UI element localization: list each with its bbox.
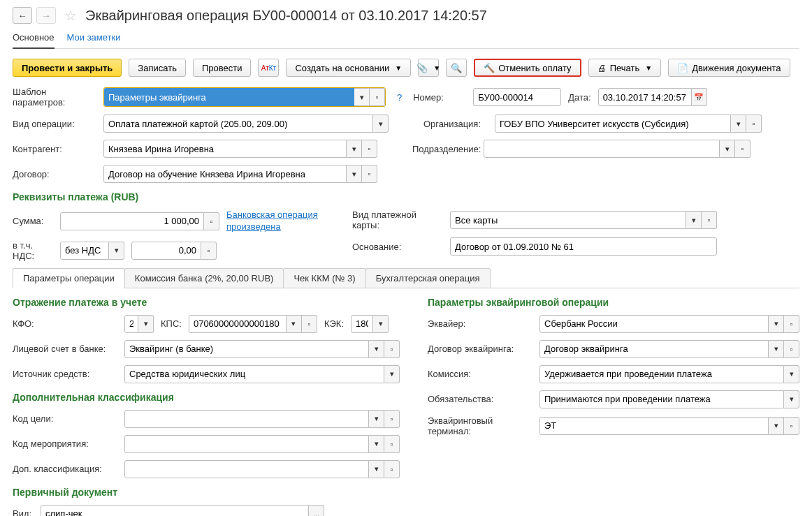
vat-label: в т.ч. НДС: bbox=[13, 240, 53, 261]
funds-src-label: Источник средств: bbox=[13, 369, 117, 379]
event-open[interactable]: ▫ bbox=[384, 435, 400, 453]
kps-open[interactable]: ▫ bbox=[302, 315, 317, 333]
doc-type-select[interactable]: ... bbox=[309, 505, 324, 516]
tab-kkm[interactable]: Чек ККМ (№ 3) bbox=[283, 268, 365, 288]
extra-open[interactable]: ▫ bbox=[384, 460, 400, 478]
funds-src-dropdown[interactable]: ▾ bbox=[384, 365, 400, 383]
kps-dropdown[interactable]: ▾ bbox=[287, 315, 302, 333]
help-icon[interactable]: ? bbox=[397, 92, 402, 103]
target-input[interactable] bbox=[124, 410, 369, 428]
obligations-dropdown[interactable]: ▾ bbox=[784, 390, 799, 408]
star-icon[interactable]: ☆ bbox=[64, 7, 77, 24]
target-label: Код цели: bbox=[13, 413, 117, 424]
create-based-button[interactable]: Создать на основании▼ bbox=[286, 59, 411, 77]
extra-dropdown[interactable]: ▾ bbox=[369, 460, 384, 478]
acq-contract-dropdown[interactable]: ▾ bbox=[769, 340, 784, 358]
kek-input[interactable] bbox=[351, 315, 373, 333]
department-label: Подразделение: bbox=[412, 144, 477, 154]
submit-close-button[interactable]: Провести и закрыть bbox=[13, 59, 122, 77]
save-button[interactable]: Записать bbox=[129, 59, 186, 77]
vat-calc[interactable]: ▫ bbox=[201, 242, 217, 260]
obligations-input[interactable] bbox=[539, 390, 784, 408]
target-dropdown[interactable]: ▾ bbox=[369, 410, 384, 428]
sum-input[interactable] bbox=[60, 212, 204, 230]
card-type-input[interactable] bbox=[450, 211, 686, 229]
bank-acc-label: Лицевой счет в банке: bbox=[13, 344, 117, 354]
template-dropdown[interactable]: ▾ bbox=[354, 88, 370, 106]
tab-op-params[interactable]: Параметры операции bbox=[13, 268, 125, 288]
kps-label: КПС: bbox=[161, 318, 182, 329]
target-open[interactable]: ▫ bbox=[384, 410, 400, 428]
commission-dropdown[interactable]: ▾ bbox=[784, 365, 799, 383]
submit-button[interactable]: Провести bbox=[193, 59, 252, 77]
accounting-section: Отражение платежа в учете bbox=[13, 297, 400, 308]
date-label: Дата: bbox=[568, 92, 590, 103]
doc-type-input[interactable] bbox=[41, 505, 309, 516]
back-button[interactable]: ← bbox=[13, 7, 32, 24]
contract-dropdown[interactable]: ▾ bbox=[347, 165, 362, 183]
op-type-input[interactable] bbox=[103, 115, 373, 133]
counterparty-open[interactable]: ▫ bbox=[362, 140, 377, 158]
forward-button[interactable]: → bbox=[36, 7, 56, 24]
bank-op-link[interactable]: Банковская операция произведена bbox=[226, 209, 324, 233]
department-input[interactable] bbox=[484, 140, 720, 158]
commission-input[interactable] bbox=[539, 365, 784, 383]
bank-acc-dropdown[interactable]: ▾ bbox=[369, 340, 384, 358]
vat-value-input[interactable] bbox=[131, 242, 201, 260]
event-dropdown[interactable]: ▾ bbox=[369, 435, 384, 453]
sum-calc[interactable]: ▫ bbox=[204, 212, 219, 230]
tab-commission[interactable]: Комиссия банка (2%, 20,00 RUB) bbox=[124, 268, 284, 288]
org-label: Организация: bbox=[423, 119, 488, 129]
kps-input[interactable] bbox=[189, 315, 287, 333]
acquiring-section: Параметры эквайринговой операции bbox=[428, 297, 799, 308]
terminal-dropdown[interactable]: ▾ bbox=[769, 417, 784, 435]
kfo-dropdown[interactable]: ▾ bbox=[138, 315, 154, 333]
kek-dropdown[interactable]: ▾ bbox=[373, 315, 389, 333]
op-type-dropdown[interactable]: ▾ bbox=[373, 115, 389, 133]
contract-input[interactable] bbox=[103, 165, 347, 183]
print-button[interactable]: 🖨Печать▼ bbox=[588, 59, 662, 77]
kfo-input[interactable] bbox=[124, 315, 138, 333]
acquirer-input[interactable] bbox=[539, 315, 769, 333]
acq-contract-open[interactable]: ▫ bbox=[784, 340, 799, 358]
tab-notes[interactable]: Мои заметки bbox=[67, 32, 121, 43]
funds-src-input[interactable] bbox=[124, 365, 384, 383]
tab-main[interactable]: Основное bbox=[13, 32, 55, 49]
bank-acc-open[interactable]: ▫ bbox=[384, 340, 400, 358]
card-type-open[interactable]: ▫ bbox=[702, 211, 717, 229]
org-open[interactable]: ▫ bbox=[746, 115, 762, 133]
event-input[interactable] bbox=[124, 435, 369, 453]
counterparty-input[interactable] bbox=[103, 140, 347, 158]
contract-open[interactable]: ▫ bbox=[362, 165, 377, 183]
org-input[interactable] bbox=[495, 115, 731, 133]
event-label: Код мероприятия: bbox=[13, 438, 117, 449]
terminal-open[interactable]: ▫ bbox=[784, 417, 799, 435]
terminal-input[interactable] bbox=[539, 417, 769, 435]
acquirer-dropdown[interactable]: ▾ bbox=[769, 315, 784, 333]
attachments-button[interactable]: 📎▼ bbox=[418, 59, 439, 77]
tab-accounting[interactable]: Бухгалтерская операция bbox=[365, 268, 491, 288]
date-input[interactable] bbox=[598, 88, 692, 106]
movements-button[interactable]: 📄Движения документа bbox=[668, 59, 790, 77]
counterparty-dropdown[interactable]: ▾ bbox=[347, 140, 362, 158]
search-button[interactable]: 🔍 bbox=[446, 59, 467, 77]
department-dropdown[interactable]: ▾ bbox=[720, 140, 735, 158]
acq-contract-input[interactable] bbox=[539, 340, 769, 358]
basis-input[interactable] bbox=[450, 237, 717, 256]
department-open[interactable]: ▫ bbox=[735, 140, 751, 158]
date-picker[interactable]: 📅 bbox=[692, 88, 707, 106]
basis-label: Основание: bbox=[352, 242, 443, 252]
org-dropdown[interactable]: ▾ bbox=[731, 115, 746, 133]
dtkt-button[interactable]: АтКт bbox=[258, 59, 279, 77]
extra-input[interactable] bbox=[124, 460, 369, 478]
card-type-dropdown[interactable]: ▾ bbox=[686, 211, 702, 229]
acquirer-open[interactable]: ▫ bbox=[784, 315, 799, 333]
vat-type-input[interactable] bbox=[60, 242, 109, 260]
vat-type-dropdown[interactable]: ▾ bbox=[109, 242, 124, 260]
template-input[interactable] bbox=[104, 88, 354, 106]
number-input[interactable] bbox=[473, 88, 561, 106]
bank-acc-input[interactable] bbox=[124, 340, 369, 358]
terminal-label: Эквайринговый терминал: bbox=[428, 415, 532, 436]
template-open[interactable]: ▫ bbox=[370, 88, 385, 106]
cancel-payment-button[interactable]: 🔨Отменить оплату bbox=[474, 59, 581, 77]
